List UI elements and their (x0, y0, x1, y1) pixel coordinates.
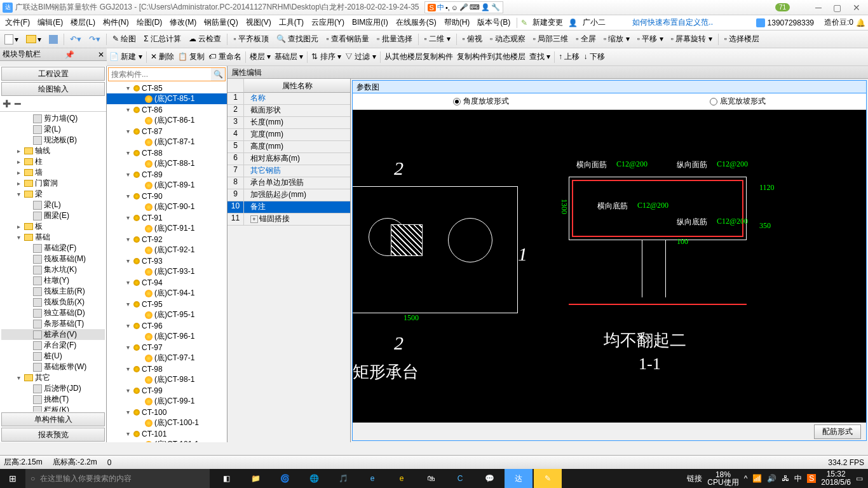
tray-notif-icon[interactable]: ▭ (856, 474, 863, 483)
component-node[interactable]: (底)CT-93-1 (107, 266, 227, 277)
app-ggj[interactable]: 达 (505, 469, 532, 488)
menu-item[interactable]: 帮助(H) (442, 16, 473, 29)
app-explorer[interactable]: 📁 (241, 469, 269, 488)
component-node[interactable]: (底)CT-88-1 (107, 158, 227, 169)
tree-node[interactable]: 基础梁(F) (1, 243, 105, 254)
menu-item[interactable]: 构件(N) (100, 16, 132, 29)
search-input[interactable] (109, 68, 211, 81)
tb-批量选择[interactable]: ▫ 批量选择 (375, 32, 414, 46)
prop-row[interactable]: 11+锚固搭接 (227, 214, 350, 226)
app-chat[interactable]: 💬 (475, 469, 503, 488)
tray-link[interactable]: 链接 (687, 473, 702, 484)
component-node[interactable]: ▾CT-99 (107, 385, 227, 396)
component-tree[interactable]: ▾CT-85(底)CT-85-1▾CT-86(底)CT-86-1▾CT-87(底… (107, 83, 227, 442)
clock[interactable]: 15:32 2018/5/6 (821, 470, 851, 487)
tb2-查找[interactable]: 查找 ▾ (529, 51, 550, 62)
rebar-config-button[interactable]: 配筋形式 (814, 424, 861, 439)
component-node[interactable]: (底)CT-95-1 (107, 309, 227, 320)
help-tip-link[interactable]: 如何快速布置自定义范.. (630, 16, 715, 29)
radio-angle[interactable]: 角度放坡形式 (453, 96, 509, 107)
component-node[interactable]: (底)CT-89-1 (107, 180, 227, 191)
panel-close-icon[interactable]: ✕ (98, 50, 104, 59)
tree-node[interactable]: ▾基础 (1, 232, 105, 243)
tb2-重命名[interactable]: 🏷 重命名 (208, 51, 241, 62)
app-music[interactable]: 🎵 (329, 469, 357, 488)
tb2-新建[interactable]: 📄 新建 ▾ (109, 51, 142, 62)
component-node[interactable]: (底)CT-101-1 (107, 439, 227, 442)
menu-item[interactable]: BIM应用(I) (349, 16, 391, 29)
component-node[interactable]: (底)CT-94-1 (107, 288, 227, 299)
tree-node[interactable]: 梁(L) (1, 124, 105, 135)
tree-node[interactable]: ▸墙 (1, 167, 105, 178)
new-change-button[interactable]: 新建变更 (530, 16, 566, 29)
start-button[interactable]: ⊞ (0, 473, 25, 484)
tree-node[interactable]: 剪力墙(Q) (1, 113, 105, 124)
minimize-button[interactable]: ─ (815, 3, 822, 13)
tree-node[interactable]: 条形基础(T) (1, 318, 105, 329)
section-single-input[interactable]: 单构件输入 (1, 412, 105, 426)
tray-vol-icon[interactable]: 🔊 (767, 474, 776, 483)
prop-row[interactable]: 6相对底标高(m) (227, 153, 350, 165)
tb-绘图[interactable]: ✎ 绘图 (111, 32, 138, 46)
component-node[interactable]: ▾CT-98 (107, 363, 227, 374)
tree-node[interactable]: ▾其它 (1, 372, 105, 383)
new-doc-button[interactable]: ▾ (3, 33, 20, 46)
tb-云检查[interactable]: ☁ 云检查 (187, 32, 223, 46)
component-node[interactable]: ▾CT-88 (107, 147, 227, 158)
tree-node[interactable]: 独立基础(D) (1, 308, 105, 318)
prop-row[interactable]: 1名称 (227, 93, 350, 105)
component-node[interactable]: (底)CT-90-1 (107, 201, 227, 212)
tab-minus-icon[interactable]: ━ (15, 98, 21, 110)
app-store[interactable]: 🛍 (417, 469, 445, 488)
account-number[interactable]: 13907298339 (768, 18, 814, 27)
tray-ime[interactable]: 中 (794, 473, 802, 484)
tree-node[interactable]: 筏板基础(M) (1, 254, 105, 264)
tb-汇总计算[interactable]: Σ 汇总计算 (142, 32, 183, 46)
tb2-基础层[interactable]: 基础层 ▾ (275, 51, 303, 62)
app-notes[interactable]: ✎ (534, 469, 562, 488)
prop-row[interactable]: 3长度(mm) (227, 117, 350, 129)
tb-二维[interactable]: ▫ 二维 ▾ (423, 32, 452, 46)
menu-item[interactable]: 在线服务(S) (393, 16, 439, 29)
menu-item[interactable]: 钢筋量(Q) (201, 16, 240, 29)
tb-局部三维[interactable]: ▫ 局部三维 (531, 32, 571, 46)
tray-sogou[interactable]: S (807, 474, 816, 483)
tb2-复制[interactable]: 📋 复制 (178, 51, 205, 62)
app-browser1[interactable]: 🌐 (300, 469, 328, 488)
menu-item[interactable]: 工具(T) (276, 16, 306, 29)
tray-net-icon[interactable]: 🖧 (782, 474, 789, 483)
component-node[interactable]: (底)CT-91-1 (107, 223, 227, 234)
taskbar-search[interactable]: ○ 在这里输入你要搜索的内容 (25, 469, 210, 488)
tb2-复制构件到其他楼层[interactable]: 复制构件到其他楼层 (457, 51, 526, 62)
tree-node[interactable]: 梁(L) (1, 200, 105, 210)
tb-屏幕旋转[interactable]: ▫ 屏幕旋转 ▾ (669, 32, 714, 46)
tree-node[interactable]: ▾梁 (1, 189, 105, 200)
tree-node[interactable]: 桩承台(V) (1, 329, 105, 340)
component-node[interactable]: (底)CT-97-1 (107, 353, 227, 363)
save-button[interactable] (47, 34, 60, 45)
tb-平移[interactable]: ▫ 平移 ▾ (635, 32, 665, 46)
tb-查看钢筋量[interactable]: ▫ 查看钢筋量 (324, 32, 371, 46)
menu-item[interactable]: 编辑(E) (35, 16, 65, 29)
component-node[interactable]: ▾CT-90 (107, 191, 227, 201)
component-node[interactable]: ▾CT-85 (107, 83, 227, 93)
undo-button[interactable]: ↶▾ (68, 33, 83, 45)
ime-bar[interactable]: S 中 •, ☺ 🎤 ⌨ 👤 🔧 (424, 1, 504, 13)
app-edge[interactable]: e (358, 469, 386, 488)
tb-全屏[interactable]: ▫ 全屏 (574, 32, 598, 46)
component-node[interactable]: ▾CT-89 (107, 169, 227, 180)
prop-row[interactable]: 7其它钢筋 (227, 165, 350, 177)
component-node[interactable]: (底)CT-99-1 (107, 396, 227, 407)
tb-查找图元[interactable]: 🔍 查找图元 (275, 32, 320, 46)
section-project-settings[interactable]: 工程设置 (1, 67, 105, 81)
component-node[interactable]: ▾CT-95 (107, 299, 227, 309)
tb2-上移[interactable]: ↑ 上移 (559, 51, 580, 62)
app-ie[interactable]: e (388, 469, 416, 488)
component-node[interactable]: ▾CT-97 (107, 342, 227, 353)
component-node[interactable]: ▾CT-101 (107, 428, 227, 439)
component-node[interactable]: (底)CT-98-1 (107, 374, 227, 385)
component-node[interactable]: ▾CT-87 (107, 126, 227, 137)
bell-icon[interactable]: 🔔 (856, 18, 865, 27)
component-node[interactable]: (底)CT-100-1 (107, 417, 227, 428)
cad-canvas[interactable]: 2 2 1 1500 矩形承台 1300 1120 350 100 横向面筋 C… (353, 110, 866, 423)
